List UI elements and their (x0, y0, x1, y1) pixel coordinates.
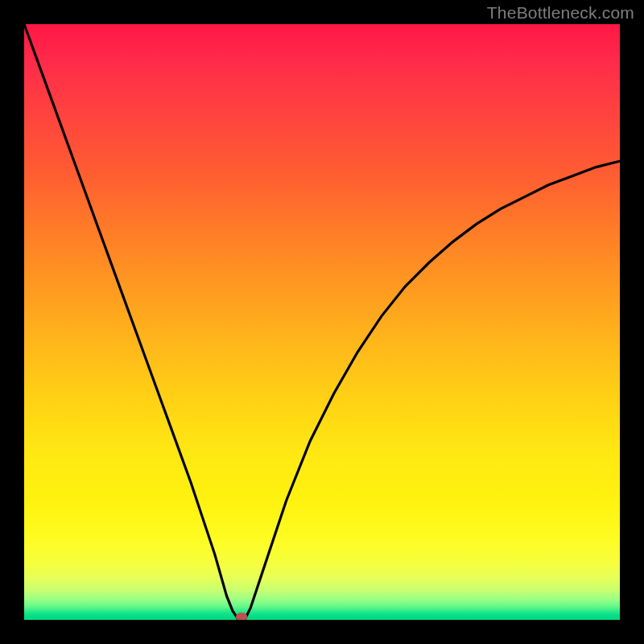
chart-frame: TheBottleneck.com (0, 0, 644, 644)
curve-layer (24, 24, 620, 620)
optimum-marker (236, 613, 247, 620)
watermark-text: TheBottleneck.com (487, 3, 634, 23)
plot-area (24, 24, 620, 620)
bottleneck-curve-path (24, 24, 620, 620)
